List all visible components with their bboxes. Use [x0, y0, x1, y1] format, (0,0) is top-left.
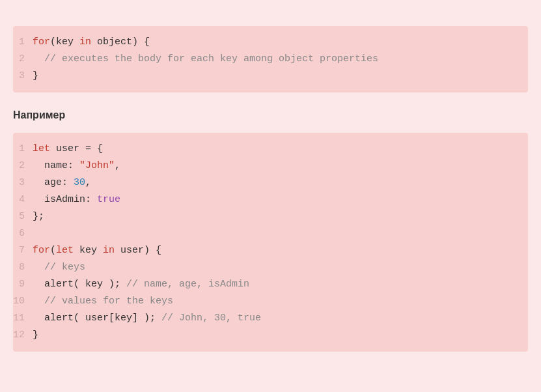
line-number: 7 [13, 243, 33, 259]
code-line: 10 // values for the keys [13, 293, 528, 310]
section-label: Например [0, 99, 541, 126]
line-number: 6 [13, 226, 33, 242]
code-line: 1 for(key in object) { [13, 34, 528, 51]
line-content: age: 30, [33, 175, 91, 191]
line-content: alert( user[key] ); // John, 30, true [33, 311, 261, 326]
line-number: 8 [13, 260, 33, 275]
code-line: 2 name: "John", [13, 158, 528, 175]
line-number: 3 [13, 175, 33, 191]
line-number: 2 [13, 51, 33, 67]
line-content: } [33, 328, 38, 343]
line-content: } [33, 68, 38, 84]
line-content: isAdmin: true [33, 192, 120, 208]
line-content: }; [33, 209, 44, 225]
code-line: 9 alert( key ); // name, age, isAdmin [13, 276, 528, 293]
code-block-1: 1 for(key in object) { 2 // executes the… [13, 26, 528, 92]
code-line: 6 [13, 225, 528, 242]
code-line: 12 } [13, 327, 528, 344]
code-line: 2 // executes the body for each key amon… [13, 51, 528, 68]
code-block-2: 1 let user = { 2 name: "John", 3 age: 30… [13, 133, 528, 352]
page-container: 1 for(key in object) { 2 // executes the… [0, 13, 541, 365]
line-number: 12 [13, 328, 33, 343]
code-line: 1 let user = { [13, 141, 528, 158]
line-number: 1 [13, 141, 33, 157]
line-content: // keys [33, 260, 85, 275]
line-content: for(let key in user) { [33, 243, 161, 259]
code-line: 3 } [13, 68, 528, 85]
line-number: 10 [13, 294, 33, 309]
code-line: 11 alert( user[key] ); // John, 30, true [13, 310, 528, 327]
line-number: 1 [13, 35, 33, 50]
code-line: 3 age: 30, [13, 175, 528, 191]
line-number: 3 [13, 68, 33, 84]
line-content: // executes the body for each key among … [33, 51, 378, 67]
line-content: // values for the keys [33, 294, 173, 309]
line-content: alert( key ); // name, age, isAdmin [33, 277, 249, 292]
line-content: let user = { [33, 141, 103, 157]
code-line: 8 // keys [13, 259, 528, 276]
line-content: name: "John", [33, 158, 120, 174]
code-line: 4 isAdmin: true [13, 191, 528, 208]
line-number: 2 [13, 158, 33, 174]
line-content: for(key in object) { [33, 35, 150, 50]
line-number: 5 [13, 209, 33, 225]
line-number: 4 [13, 192, 33, 208]
line-number: 11 [13, 311, 33, 326]
code-line: 5 }; [13, 208, 528, 225]
line-number: 9 [13, 277, 33, 292]
code-line: 7 for(let key in user) { [13, 242, 528, 259]
line-content [33, 226, 38, 242]
